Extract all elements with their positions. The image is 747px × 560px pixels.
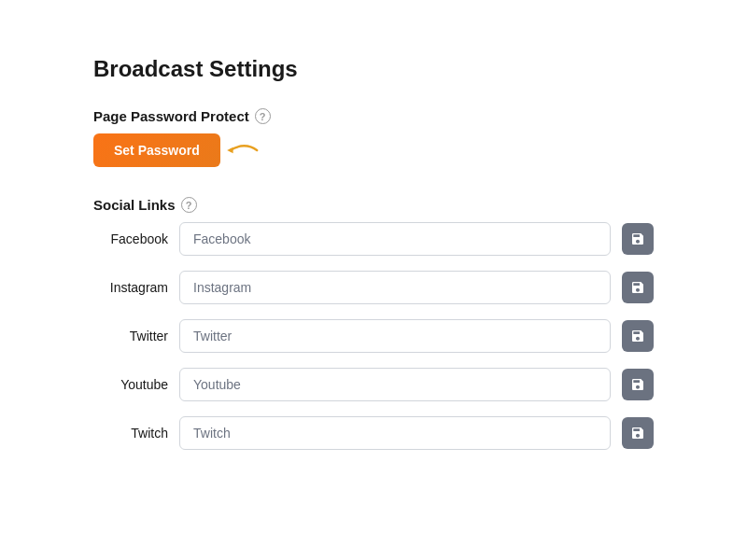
social-input-instagram[interactable] [179,271,611,304]
save-button-twitch[interactable] [622,417,654,449]
main-container: Broadcast Settings Page Password Protect… [93,56,654,465]
social-label-twitch: Twitch [93,426,168,441]
social-fields-container: Facebook Instagram Twitter Youtube Twitc… [93,222,654,450]
save-icon [630,426,645,441]
password-section-label: Page Password Protect ? [93,108,654,124]
social-row: Youtube [93,368,654,401]
social-input-twitch[interactable] [179,416,611,450]
social-row: Facebook [93,222,654,256]
social-row: Twitch [93,416,654,450]
page-title: Broadcast Settings [93,56,654,82]
social-label-twitter: Twitter [93,329,168,343]
set-password-button[interactable]: Set Password [93,133,220,167]
save-button-instagram[interactable] [622,272,654,303]
save-icon [630,329,645,343]
social-input-facebook[interactable] [179,222,611,256]
social-label-instagram: Instagram [93,280,168,295]
save-icon [630,280,645,295]
svg-marker-0 [227,147,233,153]
social-row: Twitter [93,319,654,353]
social-links-help-icon[interactable]: ? [181,197,197,213]
social-input-youtube[interactable] [179,368,611,401]
social-links-section-label: Social Links ? [93,197,654,213]
save-button-twitter[interactable] [622,320,654,352]
social-input-twitter[interactable] [179,319,611,353]
save-icon [630,377,645,392]
social-label-youtube: Youtube [93,377,168,392]
save-button-youtube[interactable] [622,369,654,400]
social-links-section: Social Links ? Facebook Instagram Twitte… [93,197,654,450]
social-label-facebook: Facebook [93,231,168,246]
save-icon [630,231,645,246]
arrow-indicator [224,137,261,163]
password-section: Page Password Protect ? Set Password [93,108,654,167]
save-button-facebook[interactable] [622,223,654,255]
password-help-icon[interactable]: ? [255,108,271,124]
password-button-wrapper: Set Password [93,133,220,167]
social-row: Instagram [93,271,654,304]
